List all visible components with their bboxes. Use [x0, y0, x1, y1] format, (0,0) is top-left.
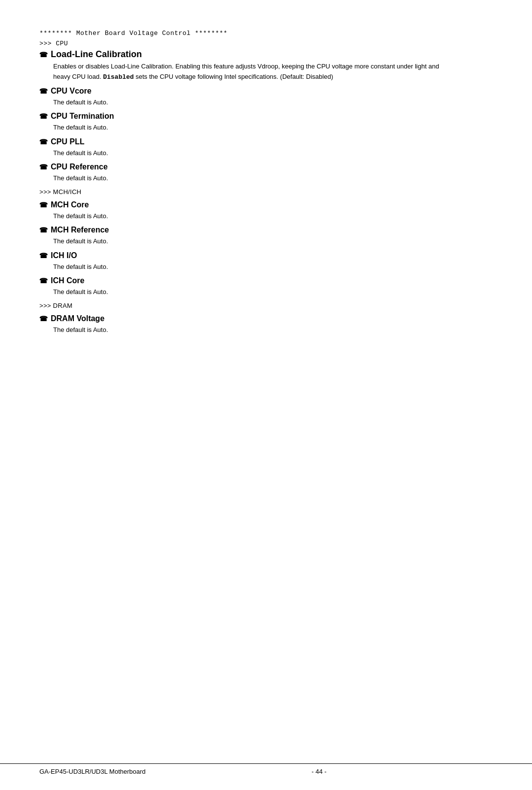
cpu-termination-default: The default is Auto. — [53, 123, 493, 132]
load-line-calibration-block: ☎ Load-Line Calibration Enables or disab… — [39, 49, 493, 83]
mch-core-title: ☎ MCH Core — [39, 200, 493, 209]
dram-voltage-default: The default is Auto. — [53, 325, 493, 335]
dram-header: >>> DRAM — [39, 302, 493, 309]
phone-icon-ich-io: ☎ — [39, 252, 48, 260]
ich-io-title: ☎ ICH I/O — [39, 251, 493, 260]
dram-voltage-block: ☎ DRAM Voltage The default is Auto. — [39, 314, 493, 335]
phone-icon-mch-core: ☎ — [39, 201, 48, 209]
ich-io-block: ☎ ICH I/O The default is Auto. — [39, 251, 493, 272]
mch-reference-default: The default is Auto. — [53, 236, 493, 246]
cpu-termination-title: ☎ CPU Termination — [39, 112, 493, 121]
ich-io-default: The default is Auto. — [53, 262, 493, 272]
dram-voltage-title: ☎ DRAM Voltage — [39, 314, 493, 323]
cpu-vcore-block: ☎ CPU Vcore The default is Auto. — [39, 87, 493, 107]
load-line-description: Enables or disables Load-Line Calibratio… — [53, 62, 457, 83]
phone-icon-ich-core: ☎ — [39, 277, 48, 285]
cpu-pll-title: ☎ CPU PLL — [39, 137, 493, 146]
cpu-pll-default: The default is Auto. — [53, 148, 493, 158]
cpu-vcore-default: The default is Auto. — [53, 98, 493, 107]
phone-icon-reference: ☎ — [39, 163, 48, 171]
cpu-termination-block: ☎ CPU Termination The default is Auto. — [39, 112, 493, 132]
cpu-reference-block: ☎ CPU Reference The default is Auto. — [39, 163, 493, 183]
mch-reference-title: ☎ MCH Reference — [39, 226, 493, 234]
ich-core-title: ☎ ICH Core — [39, 276, 493, 285]
phone-icon-dram-voltage: ☎ — [39, 315, 48, 323]
cpu-reference-default: The default is Auto. — [53, 173, 493, 183]
phone-icon-vcore: ☎ — [39, 87, 48, 95]
mch-ich-header: >>> MCH/ICH — [39, 188, 493, 196]
header-line1: ******** Mother Board Voltage Control **… — [39, 30, 493, 37]
mch-core-block: ☎ MCH Core The default is Auto. — [39, 200, 493, 221]
footer-left: GA-EP45-UD3LR/UD3L Motherboard — [39, 768, 146, 775]
cpu-pll-block: ☎ CPU PLL The default is Auto. — [39, 137, 493, 158]
load-line-calibration-title: ☎ Load-Line Calibration — [39, 49, 493, 60]
ich-core-default: The default is Auto. — [53, 287, 493, 297]
disabled-text: Disabled — [103, 73, 133, 81]
phone-icon-termination: ☎ — [39, 112, 48, 120]
phone-icon-load-line: ☎ — [39, 51, 48, 59]
ich-core-block: ☎ ICH Core The default is Auto. — [39, 276, 493, 297]
cpu-vcore-title: ☎ CPU Vcore — [39, 87, 493, 96]
phone-icon-mch-reference: ☎ — [39, 226, 48, 234]
mch-reference-block: ☎ MCH Reference The default is Auto. — [39, 226, 493, 246]
page-content: ******** Mother Board Voltage Control **… — [0, 0, 532, 379]
header-cpu: >>> CPU — [39, 40, 493, 47]
phone-icon-pll: ☎ — [39, 138, 48, 146]
mch-core-default: The default is Auto. — [53, 211, 493, 221]
footer-center: - 44 - — [312, 768, 327, 775]
cpu-reference-title: ☎ CPU Reference — [39, 163, 493, 171]
page-footer: GA-EP45-UD3LR/UD3L Motherboard - 44 - — [0, 763, 532, 775]
